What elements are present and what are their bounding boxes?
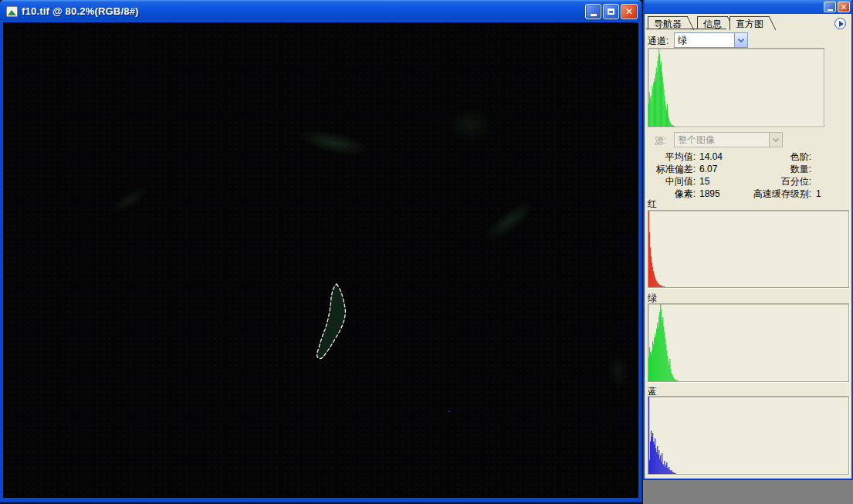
histogram-bar <box>673 126 674 127</box>
document-window: f10.tif @ 80.2%(RGB/8#) ✕ <box>0 0 641 502</box>
histogram-bar <box>666 110 667 127</box>
histogram-bar <box>658 61 658 127</box>
histogram-bar <box>652 341 653 381</box>
histogram-bar <box>669 120 670 127</box>
histogram-bar <box>675 473 675 474</box>
histogram-bar <box>656 452 657 474</box>
tab-histogram-label: 直方图 <box>736 19 763 29</box>
main-histogram-chart <box>648 49 824 127</box>
red-histogram-frame <box>648 210 849 288</box>
histogram-bar <box>657 282 658 287</box>
histogram-bar <box>663 83 664 127</box>
histogram-bar <box>670 471 671 474</box>
maximize-button[interactable] <box>603 4 619 19</box>
maximize-icon <box>608 8 614 15</box>
histogram-bar <box>675 380 675 381</box>
chevron-down-icon <box>773 138 779 142</box>
histogram-bar <box>654 274 655 287</box>
channel-select-arrow-button[interactable] <box>734 33 747 47</box>
histogram-bar <box>669 118 669 127</box>
histogram-bar <box>665 344 666 381</box>
document-titlebar[interactable]: f10.tif @ 80.2%(RGB/8#) ✕ <box>0 0 641 22</box>
histogram-bar <box>672 125 672 127</box>
tab-info[interactable]: 信息 <box>697 16 726 29</box>
histogram-bar <box>652 90 653 127</box>
histogram-bar <box>652 96 652 127</box>
tab-navigator[interactable]: 导航器 <box>648 16 686 29</box>
histogram-bar <box>660 304 661 381</box>
histogram-bar <box>671 373 672 381</box>
histogram-bar <box>674 473 675 474</box>
tab-info-label: 信息 <box>703 19 722 29</box>
histogram-bar <box>664 90 665 127</box>
count-label: 数量: <box>742 163 811 175</box>
median-label: 中间值: <box>645 175 696 188</box>
palette-menu-button[interactable] <box>834 18 846 29</box>
histogram-bar <box>663 286 664 287</box>
palette-tab-row: 导航器 信息 直方图 <box>645 15 851 29</box>
histogram-bar <box>669 359 670 381</box>
histogram-bar <box>661 310 662 381</box>
histogram-bar <box>672 375 672 381</box>
histogram-bar <box>655 277 655 287</box>
histogram-bar <box>653 344 654 381</box>
stat-row-median: 中间值: 15 百分位: <box>645 175 851 188</box>
histogram-bar <box>653 441 654 474</box>
histogram-bar <box>660 455 661 474</box>
histogram-bar <box>670 123 671 127</box>
close-button[interactable]: ✕ <box>621 4 638 19</box>
histogram-bar <box>649 93 650 127</box>
histogram-bar <box>650 248 651 287</box>
histogram-bar <box>668 469 669 474</box>
histogram-bar <box>662 286 662 287</box>
histogram-bar <box>658 56 658 127</box>
histogram-bar <box>664 286 665 287</box>
histogram-bar <box>655 333 655 381</box>
histogram-bar <box>666 462 667 474</box>
histogram-bar <box>671 470 672 474</box>
histogram-bar <box>666 350 667 381</box>
histogram-bar <box>658 316 659 381</box>
histogram-bar <box>667 104 668 127</box>
histogram-palette: ✕ 导航器 信息 直方图 通道: 绿 源: 整个图像 平均值: 14.04 色阶… <box>643 0 853 480</box>
histogram-bar <box>654 78 655 127</box>
histogram-bar <box>655 279 656 287</box>
histogram-bar <box>665 467 665 474</box>
palette-close-button[interactable]: ✕ <box>838 2 850 12</box>
histogram-bar <box>658 49 659 127</box>
histogram-bar <box>668 361 669 381</box>
mean-label: 平均值: <box>645 151 696 163</box>
histogram-bar <box>662 320 662 381</box>
source-select: 整个图像 <box>674 132 783 147</box>
histogram-bar <box>665 465 666 474</box>
histogram-bar <box>648 397 649 474</box>
palette-close-icon: ✕ <box>840 3 847 12</box>
tab-histogram[interactable]: 直方图 <box>729 16 768 30</box>
minimize-button[interactable] <box>585 4 601 19</box>
histogram-bar <box>662 71 662 127</box>
histogram-bar <box>649 460 650 474</box>
histogram-bar <box>652 267 653 287</box>
histogram-bar <box>658 327 658 381</box>
histogram-bar <box>658 455 658 474</box>
stat-row-mean: 平均值: 14.04 色阶: <box>645 151 851 163</box>
histogram-bar <box>655 448 656 474</box>
blue-histogram-frame <box>648 396 849 475</box>
palette-titlebar[interactable]: ✕ <box>645 0 851 14</box>
close-icon: ✕ <box>625 7 633 16</box>
histogram-bar <box>676 381 677 381</box>
channel-select[interactable]: 绿 <box>674 32 748 48</box>
channel-select-value: 绿 <box>675 34 734 47</box>
palette-minimize-button[interactable] <box>824 2 836 12</box>
histogram-bar <box>674 379 675 381</box>
chevron-down-icon <box>738 39 744 42</box>
histogram-bar <box>669 467 669 474</box>
histogram-bar <box>655 73 656 127</box>
histogram-bar <box>651 431 652 474</box>
histogram-bar <box>652 86 652 127</box>
histogram-bar <box>668 114 669 127</box>
histogram-bar <box>650 352 651 381</box>
histogram-bar <box>669 122 670 127</box>
image-canvas[interactable] <box>3 22 638 498</box>
histogram-bar <box>662 317 663 381</box>
